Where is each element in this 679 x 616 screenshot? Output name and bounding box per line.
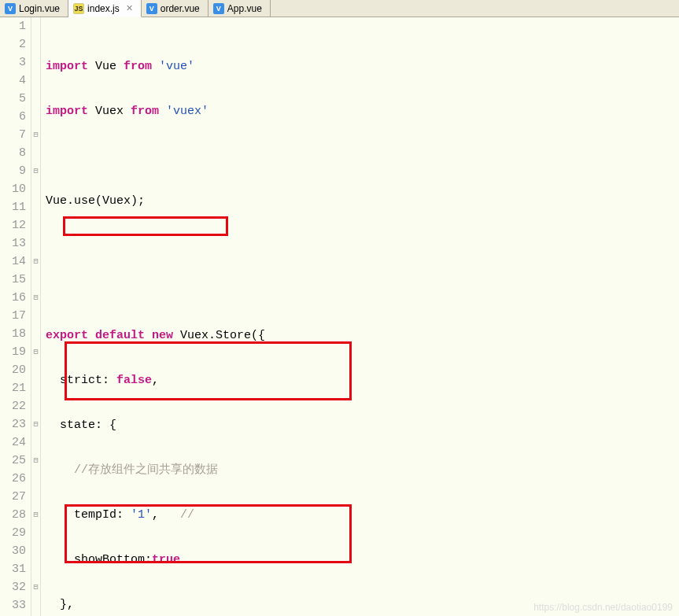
line-number: 28 — [0, 506, 26, 524]
tab-order-vue[interactable]: Vorder.vue — [142, 0, 208, 17]
fold-marker — [31, 198, 40, 216]
code-line[interactable]: export default new Vuex.Store({ — [41, 326, 679, 345]
line-number: 11 — [0, 198, 26, 216]
fold-marker[interactable]: ⊟ — [31, 343, 40, 361]
line-number: 15 — [0, 271, 26, 289]
code-line[interactable] — [41, 282, 679, 300]
fold-marker — [31, 307, 40, 325]
line-number: 18 — [0, 325, 26, 343]
code-line[interactable] — [41, 237, 679, 255]
fold-marker — [31, 234, 40, 253]
fold-marker — [31, 271, 40, 289]
line-number: 9 — [0, 162, 26, 180]
fold-marker[interactable]: ⊟ — [31, 506, 40, 524]
line-number: 7 — [0, 126, 26, 144]
code-editor: 1234567891011121314151617181920212223242… — [0, 17, 679, 616]
line-number: 26 — [0, 470, 26, 488]
code-line[interactable]: tempId: '1', // — [41, 506, 679, 524]
fold-marker[interactable]: ⊟ — [31, 452, 40, 470]
fold-marker[interactable]: ⊟ — [31, 415, 40, 433]
fold-marker — [31, 90, 40, 108]
fold-marker — [31, 379, 40, 397]
tab-label: order.vue — [161, 3, 200, 14]
line-number: 10 — [0, 180, 26, 198]
code-area[interactable]: import Vue from 'vue' import Vuex from '… — [41, 17, 679, 616]
line-number: 20 — [0, 361, 26, 379]
fold-marker[interactable]: ⊟ — [31, 253, 40, 271]
line-number: 4 — [0, 72, 26, 90]
line-number-gutter: 1234567891011121314151617181920212223242… — [0, 17, 31, 616]
fold-marker — [31, 35, 40, 53]
fold-marker — [31, 216, 40, 234]
fold-marker — [31, 524, 40, 542]
fold-marker[interactable]: ⊟ — [31, 126, 40, 144]
line-number: 27 — [0, 488, 26, 506]
line-number: 29 — [0, 524, 26, 542]
vue-file-icon: V — [5, 3, 16, 14]
fold-marker — [31, 325, 40, 343]
fold-marker — [31, 108, 40, 126]
fold-marker — [31, 53, 40, 72]
tab-label: index.js — [87, 3, 120, 14]
line-number: 21 — [0, 379, 26, 397]
fold-marker — [31, 470, 40, 488]
fold-gutter: ⊟⊟⊟⊟⊟⊟⊟⊟⊟ — [31, 17, 41, 616]
code-line[interactable] — [41, 147, 679, 165]
code-line[interactable]: import Vuex from 'vuex' — [41, 102, 679, 120]
fold-marker[interactable]: ⊟ — [31, 162, 40, 180]
fold-marker — [31, 488, 40, 506]
line-number: 6 — [0, 108, 26, 126]
line-number: 30 — [0, 542, 26, 560]
js-file-icon: JS — [73, 3, 84, 14]
fold-marker[interactable]: ⊟ — [31, 289, 40, 307]
fold-marker — [31, 17, 40, 35]
code-line[interactable]: state: { — [41, 416, 679, 434]
code-line[interactable]: import Vue from 'vue' — [41, 57, 679, 76]
code-line[interactable]: Vue.use(Vuex); — [41, 192, 679, 210]
code-line[interactable]: showBottom:true — [41, 551, 679, 569]
tab-index-js[interactable]: JSindex.js✕ — [68, 0, 142, 17]
fold-marker — [31, 560, 40, 578]
close-icon[interactable]: ✕ — [126, 3, 133, 13]
fold-marker — [31, 397, 40, 415]
code-line[interactable]: strict: false, — [41, 371, 679, 389]
fold-marker — [31, 72, 40, 90]
line-number: 3 — [0, 53, 26, 72]
line-number: 17 — [0, 307, 26, 325]
fold-marker — [31, 596, 40, 614]
fold-marker — [31, 542, 40, 560]
line-number: 14 — [0, 253, 26, 271]
code-line[interactable]: //存放组件之间共享的数据 — [41, 461, 679, 479]
line-number: 24 — [0, 433, 26, 452]
line-number: 32 — [0, 578, 26, 596]
line-number: 25 — [0, 452, 26, 470]
line-number: 23 — [0, 415, 26, 433]
line-number: 5 — [0, 90, 26, 108]
vue-file-icon: V — [213, 3, 224, 14]
tab-label: Login.vue — [19, 3, 60, 14]
tab-login-vue[interactable]: VLogin.vue — [0, 0, 68, 17]
line-number: 33 — [0, 596, 26, 614]
fold-marker — [31, 180, 40, 198]
tab-label: App.vue — [227, 3, 262, 14]
line-number: 13 — [0, 234, 26, 253]
fold-marker — [31, 433, 40, 452]
line-number: 19 — [0, 343, 26, 361]
line-number: 8 — [0, 144, 26, 162]
fold-marker — [31, 144, 40, 162]
watermark: https://blog.csdn.net/daotiao0199 — [533, 602, 673, 613]
line-number: 2 — [0, 35, 26, 53]
line-number: 1 — [0, 17, 26, 35]
line-number: 12 — [0, 216, 26, 234]
editor-tabs: VLogin.vueJSindex.js✕Vorder.vueVApp.vue — [0, 0, 679, 17]
vue-file-icon: V — [146, 3, 157, 14]
fold-marker[interactable]: ⊟ — [31, 578, 40, 596]
line-number: 16 — [0, 289, 26, 307]
line-number: 31 — [0, 560, 26, 578]
tab-app-vue[interactable]: VApp.vue — [208, 0, 271, 17]
fold-marker — [31, 361, 40, 379]
line-number: 22 — [0, 397, 26, 415]
